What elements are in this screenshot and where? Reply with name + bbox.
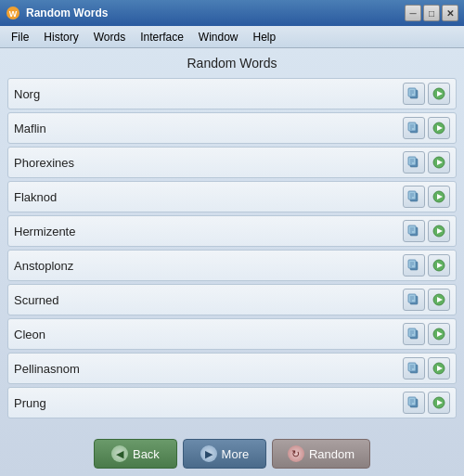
add-button[interactable] — [428, 254, 450, 277]
word-actions — [403, 151, 450, 174]
menu-item-window[interactable]: Window — [191, 29, 246, 45]
maximize-button[interactable]: □ — [423, 5, 440, 21]
title-bar: W Random Words ─ □ ✕ — [0, 0, 464, 26]
menu-item-history[interactable]: History — [36, 29, 85, 45]
main-content: Random Words Norg Maflin Phorexines — [0, 48, 464, 476]
word-actions — [403, 186, 450, 208]
word-actions — [403, 289, 450, 311]
word-actions — [403, 323, 450, 345]
window-controls: ─ □ ✕ — [405, 5, 458, 21]
word-text: Hermizente — [14, 225, 403, 238]
svg-text:W: W — [9, 9, 18, 19]
svg-rect-31 — [408, 225, 416, 234]
svg-rect-38 — [408, 260, 416, 268]
copy-button[interactable] — [403, 151, 425, 174]
svg-rect-45 — [408, 294, 416, 302]
menu-item-words[interactable]: Words — [86, 29, 133, 45]
add-button[interactable] — [428, 151, 450, 174]
menu-item-interface[interactable]: Interface — [133, 29, 191, 45]
svg-rect-3 — [408, 88, 416, 96]
word-row: Maflin — [7, 112, 457, 144]
word-text: Prung — [14, 396, 403, 410]
back-button[interactable]: ◀ Back — [94, 439, 177, 469]
word-text: Phorexines — [14, 156, 403, 170]
add-button[interactable] — [428, 117, 450, 139]
word-text: Anstoplonz — [14, 259, 403, 273]
copy-button[interactable] — [403, 186, 425, 208]
copy-button[interactable] — [403, 289, 425, 311]
copy-button[interactable] — [403, 357, 425, 380]
random-button[interactable]: ↻ Random — [272, 439, 370, 469]
bottom-bar: ◀ Back ▶ More ↻ Random — [7, 431, 457, 469]
word-row: Hermizente — [7, 215, 457, 247]
word-text: Cleon — [14, 328, 403, 341]
add-button[interactable] — [428, 357, 450, 380]
add-button[interactable] — [428, 323, 450, 345]
word-row: Prung — [7, 387, 457, 418]
word-text: Pellinasnom — [14, 362, 403, 376]
copy-button[interactable] — [403, 254, 425, 277]
word-actions — [403, 254, 450, 277]
svg-rect-10 — [408, 122, 416, 131]
svg-rect-17 — [408, 157, 416, 165]
more-icon: ▶ — [200, 445, 217, 462]
word-actions — [403, 117, 450, 139]
svg-rect-52 — [408, 328, 416, 337]
svg-rect-66 — [408, 397, 416, 405]
close-button[interactable]: ✕ — [442, 5, 458, 21]
word-row: Phorexines — [7, 147, 457, 178]
copy-button[interactable] — [403, 83, 425, 105]
back-label: Back — [133, 447, 160, 461]
word-actions — [403, 392, 450, 414]
word-text: Scurned — [14, 293, 403, 307]
random-label: Random — [309, 447, 354, 461]
word-actions — [403, 83, 450, 105]
svg-rect-24 — [408, 191, 416, 199]
menu-item-file[interactable]: File — [4, 29, 36, 45]
add-button[interactable] — [428, 83, 450, 105]
add-button[interactable] — [428, 289, 450, 311]
minimize-button[interactable]: ─ — [405, 5, 421, 21]
menu-item-help[interactable]: Help — [246, 29, 284, 45]
words-list: Norg Maflin Phorexines Fla — [7, 78, 457, 431]
word-row: Anstoplonz — [7, 250, 457, 281]
word-row: Pellinasnom — [7, 353, 457, 384]
more-label: More — [222, 447, 250, 461]
word-row: Flaknod — [7, 181, 457, 212]
word-actions — [403, 220, 450, 242]
window-title: Random Words — [26, 6, 399, 19]
copy-button[interactable] — [403, 323, 425, 345]
word-row: Cleon — [7, 318, 457, 350]
more-button[interactable]: ▶ More — [183, 439, 266, 469]
back-icon: ◀ — [111, 445, 128, 462]
copy-button[interactable] — [403, 392, 425, 414]
add-button[interactable] — [428, 392, 450, 414]
word-text: Maflin — [14, 122, 403, 135]
page-title: Random Words — [7, 56, 457, 71]
copy-button[interactable] — [403, 117, 425, 139]
add-button[interactable] — [428, 186, 450, 208]
word-row: Norg — [7, 78, 457, 109]
word-actions — [403, 357, 450, 380]
svg-rect-59 — [408, 363, 416, 371]
add-button[interactable] — [428, 220, 450, 242]
word-text: Norg — [14, 87, 403, 101]
word-row: Scurned — [7, 284, 457, 315]
app-icon: W — [6, 6, 20, 20]
copy-button[interactable] — [403, 220, 425, 242]
random-icon: ↻ — [288, 445, 304, 462]
menu-bar: FileHistoryWordsInterfaceWindowHelp — [0, 26, 464, 48]
word-text: Flaknod — [14, 190, 403, 204]
